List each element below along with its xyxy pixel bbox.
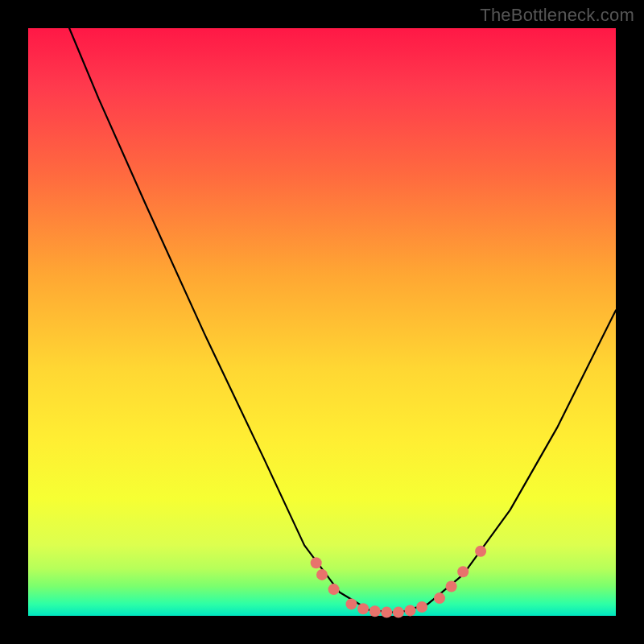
marker-group	[311, 546, 486, 618]
curve-marker	[405, 605, 416, 616]
plot-area	[28, 28, 616, 616]
curve-marker	[316, 569, 328, 580]
curve-marker	[416, 601, 427, 613]
curve-marker	[475, 546, 486, 557]
curve-marker	[457, 566, 469, 577]
curve-marker	[446, 581, 457, 592]
chart-stage: TheBottleneck.com	[0, 0, 644, 644]
curve-marker	[346, 598, 357, 609]
curve-marker	[328, 584, 340, 595]
curve-marker	[369, 605, 381, 617]
curve-marker	[357, 603, 369, 614]
watermark-label: TheBottleneck.com	[480, 5, 634, 26]
bottleneck-curve	[69, 28, 616, 613]
curve-marker	[393, 607, 404, 618]
curve-layer	[28, 28, 616, 616]
curve-marker	[434, 592, 445, 604]
curve-marker	[311, 557, 322, 568]
curve-marker	[381, 607, 392, 618]
